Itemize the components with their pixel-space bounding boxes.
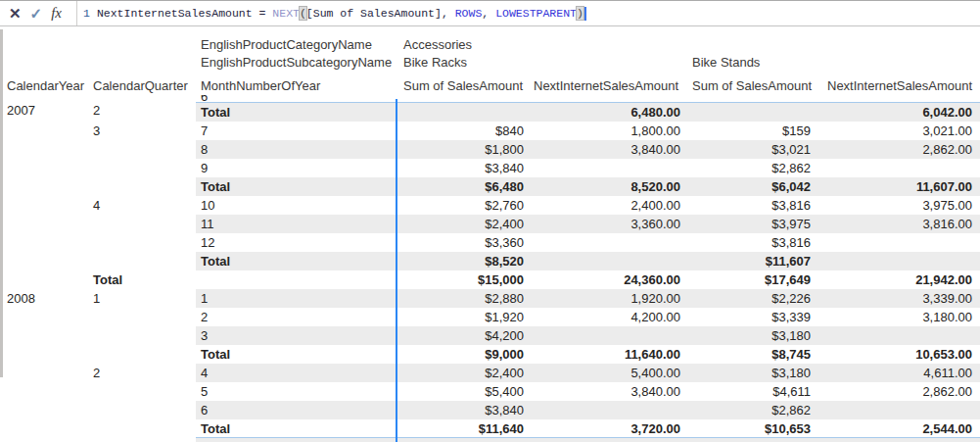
month-cell: Total	[196, 419, 397, 438]
formula-input[interactable]: 1 NextInternetSalesAmount = NEXT([Sum of…	[77, 1, 980, 25]
field-value-subcategory-bike-racks: Bike Racks	[403, 55, 467, 71]
year-cell	[0, 233, 88, 252]
sum-sales-1-cell: $2,760	[397, 196, 529, 215]
next-sales-1-cell	[529, 159, 688, 177]
table-row[interactable]: Total$6,4808,520.00$6,04211,607.00	[0, 177, 980, 196]
table-row[interactable]: Total6,480.006,042.00	[0, 103, 980, 122]
table-row[interactable]: 24$2,4005,400.00$3,1804,611.00	[0, 364, 980, 382]
table-row[interactable]: 9$3,840$2,862	[0, 159, 980, 177]
table-row[interactable]: 37$8401,800.00$1593,021.00	[0, 122, 980, 140]
table-row[interactable]: Total$11,6403,720.00$10,6532,544.00	[0, 419, 980, 438]
next-sales-2-cell: 3,180.00	[818, 308, 980, 326]
month-cell: 7	[196, 122, 397, 140]
year-cell	[0, 159, 88, 177]
next-sales-2-cell: 3,339.00	[818, 289, 980, 308]
sum-sales-2-cell: $2,226	[688, 289, 818, 308]
year-cell	[0, 196, 88, 215]
year-cell	[0, 382, 88, 401]
next-sales-1-cell: 3,840.00	[529, 140, 688, 159]
quarter-cell	[88, 401, 196, 419]
sum-sales-1-cell: $3,360	[397, 233, 529, 252]
sum-sales-1-cell: $5,400	[397, 382, 529, 401]
sum-sales-2-cell: $159	[688, 122, 818, 140]
year-cell	[0, 401, 88, 419]
formula-bar-actions: ✕ ✓ fx	[0, 1, 77, 25]
next-sales-1-cell: 1,800.00	[529, 122, 688, 140]
next-row-sliver	[196, 438, 980, 442]
column-header-sum-sales-1[interactable]: Sum of SalesAmount	[403, 78, 523, 94]
column-header-calendar-year[interactable]: CalendarYear	[7, 78, 84, 94]
field-header-subcategory: EnglishProductSubcategoryName	[201, 55, 392, 71]
month-cell: Total	[196, 345, 397, 364]
year-label-2007: 2007	[7, 101, 35, 120]
column-header-next-sales-2[interactable]: NextInternetSalesAmount	[827, 78, 972, 94]
sum-sales-1-cell: $9,000	[397, 345, 529, 364]
cancel-icon[interactable]: ✕	[9, 6, 22, 21]
sum-sales-1-cell: $8,520	[397, 252, 529, 270]
column-header-sum-sales-2[interactable]: Sum of SalesAmount	[692, 78, 812, 94]
year-cell	[0, 270, 88, 289]
next-sales-1-cell: 3,360.00	[529, 215, 688, 233]
next-sales-1-cell	[529, 326, 688, 345]
sum-sales-1-cell: $3,840	[397, 159, 529, 177]
table-row[interactable]: 12$3,360$3,816	[0, 233, 980, 252]
month-cell: Total	[196, 252, 397, 270]
table-row[interactable]: 3$4,200$3,180	[0, 326, 980, 345]
next-sales-1-cell: 1,920.00	[529, 289, 688, 308]
formula-bar: ✕ ✓ fx 1 NextInternetSalesAmount = NEXT(…	[0, 0, 980, 26]
table-row[interactable]: 200811$2,8801,920.00$2,2263,339.00	[0, 289, 980, 308]
sum-sales-2-cell: $3,180	[688, 364, 818, 382]
sum-sales-2-cell: $10,653	[688, 419, 818, 438]
field-value-subcategory-bike-stands: Bike Stands	[692, 55, 760, 71]
sum-sales-2-cell	[688, 103, 818, 122]
quarter-cell	[88, 308, 196, 326]
quarter-cell	[88, 140, 196, 159]
sum-sales-2-cell: $6,042	[688, 177, 818, 196]
quarter-cell: 3	[88, 122, 196, 140]
next-sales-2-cell: 6,042.00	[818, 103, 980, 122]
quarter-cell	[88, 159, 196, 177]
month-cell: 1	[196, 289, 397, 308]
next-sales-1-cell: 11,640.00	[529, 345, 688, 364]
table-row[interactable]: Total$15,00024,360.00$17,64921,942.00	[0, 270, 980, 289]
quarter-cell: 4	[88, 196, 196, 215]
commit-check-icon[interactable]: ✓	[30, 6, 43, 21]
next-sales-1-cell	[529, 233, 688, 252]
table-row[interactable]: 410$2,7602,400.00$3,8163,975.00	[0, 196, 980, 215]
quarter-cell: 2	[88, 364, 196, 382]
table-row[interactable]: 2$1,9204,200.00$3,3393,180.00	[0, 308, 980, 326]
table-row[interactable]: 5$5,4003,840.00$4,6112,862.00	[0, 382, 980, 401]
next-sales-2-cell: 11,607.00	[818, 177, 980, 196]
column-header-calendar-quarter[interactable]: CalendarQuarter	[93, 78, 188, 94]
next-sales-2-cell: 2,862.00	[818, 140, 980, 159]
next-sales-2-cell: 21,942.00	[818, 270, 980, 289]
quarter-cell	[88, 233, 196, 252]
column-header-next-sales-1[interactable]: NextInternetSalesAmount	[534, 78, 678, 94]
year-cell	[0, 308, 88, 326]
quarter-cell	[88, 177, 196, 196]
table-row[interactable]: 8$1,8003,840.00$3,0212,862.00	[0, 140, 980, 159]
month-cell: Total	[196, 177, 397, 196]
next-sales-1-cell: 2,400.00	[529, 196, 688, 215]
next-sales-1-cell	[529, 252, 688, 270]
sum-sales-2-cell: $2,862	[688, 159, 818, 177]
scroll-boundary-top	[196, 102, 980, 103]
sum-sales-2-cell: $17,649	[688, 270, 818, 289]
year-cell	[0, 140, 88, 159]
next-sales-2-cell: 3,816.00	[818, 215, 980, 233]
powerbi-matrix-view: ✕ ✓ fx 1 NextInternetSalesAmount = NEXT(…	[0, 0, 980, 442]
next-sales-2-cell: 3,021.00	[818, 122, 980, 140]
sum-sales-1-cell: $2,400	[397, 364, 529, 382]
next-sales-1-cell: 5,400.00	[529, 364, 688, 382]
column-header-month-number[interactable]: MonthNumberOfYear	[201, 78, 320, 94]
frozen-pane-divider[interactable]	[396, 99, 397, 442]
year-cell	[0, 122, 88, 140]
year-cell	[0, 364, 88, 382]
table-row[interactable]: 11$2,4003,360.00$3,9753,816.00	[0, 215, 980, 233]
formula-token-keyword: ROWS	[455, 7, 483, 20]
table-row[interactable]: 6$3,840$2,862	[0, 401, 980, 419]
table-row[interactable]: Total$9,00011,640.00$8,74510,653.00	[0, 345, 980, 364]
table-row[interactable]: Total$8,520$11,607	[0, 252, 980, 270]
sum-sales-2-cell: $11,607	[688, 252, 818, 270]
sum-sales-1-cell: $3,840	[397, 401, 529, 419]
